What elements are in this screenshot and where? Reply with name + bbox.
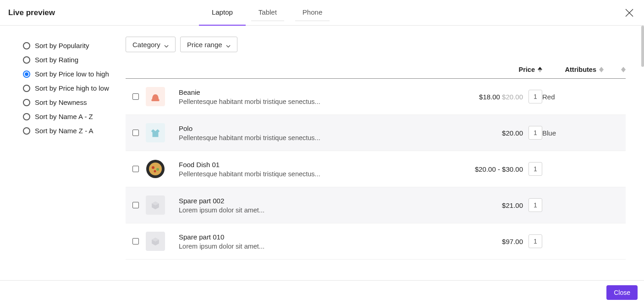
- product-desc: Pellentesque habitant morbi tristique se…: [179, 98, 460, 105]
- sort-option[interactable]: Sort by Name Z - A: [23, 124, 126, 138]
- scrollbar[interactable]: [641, 26, 644, 67]
- column-price[interactable]: Price: [460, 66, 542, 73]
- product-desc: Pellentesque habitant morbi tristique se…: [179, 170, 460, 178]
- radio-icon: [23, 56, 30, 64]
- product-name: Polo: [179, 125, 460, 132]
- sort-option[interactable]: Sort by Popularity: [23, 38, 126, 53]
- column-attributes[interactable]: Attributes: [542, 66, 604, 73]
- price-value: $18.00: [479, 93, 500, 101]
- price-value: $97.00: [502, 238, 523, 245]
- filters-row: Category Price range: [126, 37, 626, 52]
- quantity-input[interactable]: 1: [528, 90, 542, 103]
- product-name: Spare part 010: [179, 233, 460, 241]
- device-tab-tablet[interactable]: Tablet: [246, 0, 290, 26]
- price-value: $20.00: [502, 129, 523, 137]
- sort-arrows-price: [538, 67, 542, 72]
- product-thumb: [146, 232, 165, 251]
- sort-arrows-attributes: [599, 67, 604, 72]
- product-desc: Pellentesque habitant morbi tristique se…: [179, 134, 460, 141]
- price-value: $20.00 - $30.00: [475, 165, 523, 173]
- radio-icon: [23, 127, 30, 135]
- category-filter[interactable]: Category: [126, 37, 176, 52]
- category-filter-label: Category: [132, 41, 160, 49]
- svg-point-5: [152, 166, 154, 169]
- main: Sort by PopularitySort by RatingSort by …: [0, 26, 644, 280]
- column-extra[interactable]: [604, 67, 626, 72]
- quantity-input[interactable]: 1: [528, 234, 542, 248]
- svg-point-7: [154, 170, 156, 173]
- attribute-value: Red: [542, 93, 604, 101]
- sort-option[interactable]: Sort by Name A - Z: [23, 109, 126, 124]
- product-name: Spare part 002: [179, 197, 460, 205]
- svg-rect-2: [151, 99, 159, 101]
- table-row: PoloPellentesque habitant morbi tristiqu…: [126, 115, 626, 151]
- radio-icon: [23, 42, 30, 49]
- device-tabs: LaptopTabletPhone: [199, 0, 335, 26]
- svg-point-6: [156, 168, 159, 171]
- sort-option-label: Sort by Price high to low: [35, 84, 109, 92]
- row-checkbox[interactable]: [132, 202, 139, 208]
- device-tab-label: Laptop: [212, 8, 233, 16]
- header: Live preview LaptopTabletPhone: [0, 0, 644, 26]
- radio-icon: [23, 99, 30, 106]
- close-button[interactable]: Close: [606, 285, 638, 300]
- row-checkbox[interactable]: [132, 130, 139, 136]
- sort-arrows-extra: [621, 67, 626, 72]
- price-old: $20.00: [500, 93, 523, 101]
- quantity-input[interactable]: 1: [528, 126, 542, 140]
- radio-icon: [23, 85, 30, 92]
- table-body: BeaniePellentesque habitant morbi tristi…: [126, 79, 626, 260]
- row-checkbox[interactable]: [132, 238, 139, 244]
- sort-option-label: Sort by Name A - Z: [35, 113, 93, 120]
- product-name: Beanie: [179, 88, 460, 96]
- column-price-label: Price: [519, 66, 535, 73]
- svg-point-4: [149, 163, 162, 175]
- row-checkbox[interactable]: [132, 166, 139, 172]
- sort-option[interactable]: Sort by Rating: [23, 53, 126, 67]
- table-row: Spare part 002Lorem ipsum dolor sit amet…: [126, 187, 626, 223]
- sort-option-label: Sort by Name Z - A: [35, 127, 94, 135]
- sort-option[interactable]: Sort by Price low to high: [23, 67, 126, 81]
- product-thumb: [146, 195, 165, 215]
- sort-option[interactable]: Sort by Price high to low: [23, 81, 126, 95]
- column-attributes-label: Attributes: [565, 66, 596, 73]
- product-thumb: [146, 123, 165, 142]
- product-desc: Lorem ipsum dolor sit amet...: [179, 243, 460, 250]
- table-row: Food Dish 01Pellentesque habitant morbi …: [126, 151, 626, 187]
- table-row: Spare part 010Lorem ipsum dolor sit amet…: [126, 223, 626, 260]
- row-checkbox[interactable]: [132, 93, 139, 100]
- price-range-filter[interactable]: Price range: [180, 37, 237, 52]
- device-tab-label: Tablet: [259, 8, 277, 16]
- sort-option-label: Sort by Newness: [35, 98, 87, 106]
- product-desc: Lorem ipsum dolor sit amet...: [179, 206, 460, 214]
- device-tab-label: Phone: [303, 8, 322, 16]
- price-range-filter-label: Price range: [187, 41, 222, 49]
- attribute-value: Blue: [542, 129, 604, 137]
- sort-option-label: Sort by Popularity: [35, 42, 89, 49]
- page-title: Live preview: [8, 8, 55, 17]
- radio-icon: [23, 71, 30, 78]
- sort-option-label: Sort by Price low to high: [35, 70, 109, 78]
- product-thumb: [146, 159, 165, 179]
- product-thumb: [146, 87, 165, 106]
- footer: Close: [0, 280, 644, 304]
- sort-sidebar: Sort by PopularitySort by RatingSort by …: [23, 37, 126, 280]
- device-tab-laptop[interactable]: Laptop: [199, 0, 246, 26]
- quantity-input[interactable]: 1: [528, 162, 542, 176]
- product-name: Food Dish 01: [179, 161, 460, 168]
- price-value: $21.00: [502, 201, 523, 209]
- chevron-down-icon: [164, 42, 169, 47]
- sort-option[interactable]: Sort by Newness: [23, 95, 126, 109]
- radio-icon: [23, 113, 30, 120]
- sort-option-label: Sort by Rating: [35, 56, 78, 64]
- close-icon[interactable]: [623, 6, 636, 19]
- table-row: BeaniePellentesque habitant morbi tristi…: [126, 79, 626, 115]
- quantity-input[interactable]: 1: [528, 198, 542, 212]
- device-tab-phone[interactable]: Phone: [290, 0, 335, 26]
- table-header: Price Attributes: [126, 60, 626, 79]
- content-area: Category Price range Price Attributes: [126, 37, 626, 280]
- chevron-down-icon: [226, 42, 231, 47]
